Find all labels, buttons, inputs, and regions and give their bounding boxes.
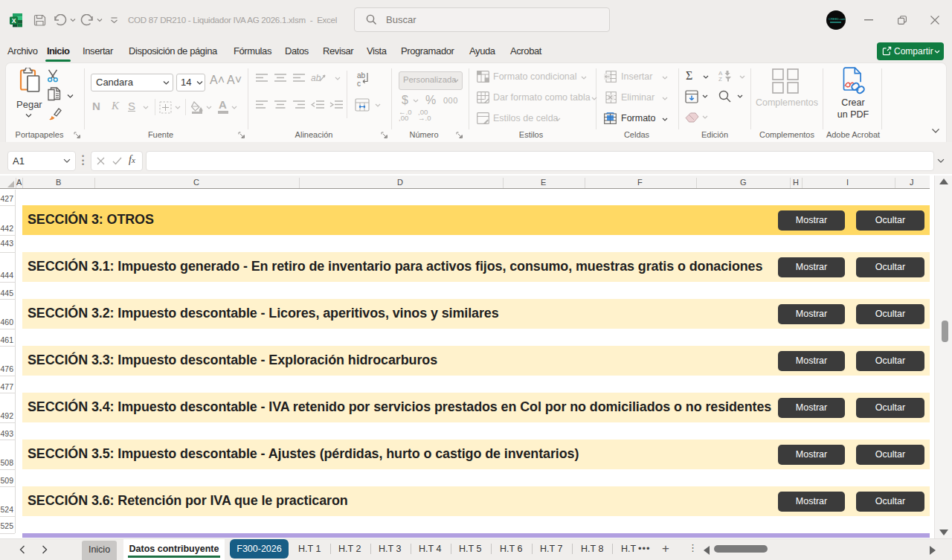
svg-text:Z: Z [718,76,722,82]
svg-text:X: X [12,17,16,25]
svg-text:c: c [357,80,361,88]
svg-text:ab: ab [311,73,321,83]
svg-text:ab: ab [357,71,366,80]
